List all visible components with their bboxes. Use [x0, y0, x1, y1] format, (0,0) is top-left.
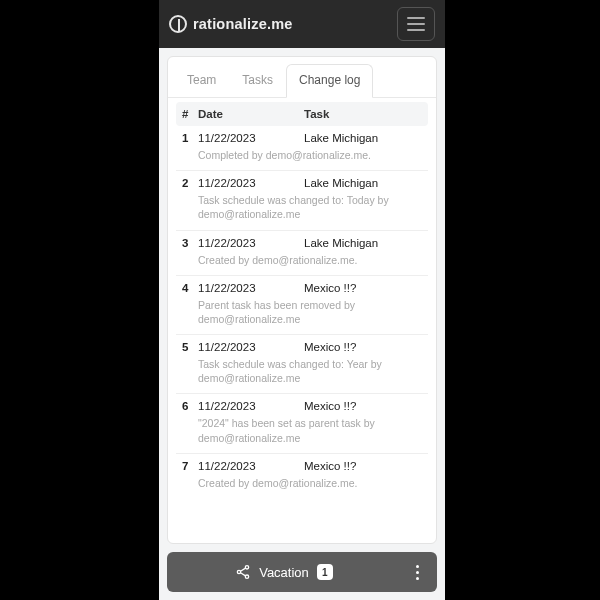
- brand-name: rationalize.me: [193, 16, 293, 32]
- svg-point-0: [246, 566, 249, 569]
- svg-point-2: [246, 575, 249, 578]
- main-card: Team Tasks Change log # Date Task 111/22…: [167, 56, 437, 544]
- footer-label: Vacation: [259, 565, 309, 580]
- table-row[interactable]: 311/22/2023Lake MichiganCreated by demo@…: [176, 231, 428, 276]
- row-date: 11/22/2023: [198, 132, 304, 144]
- table-header: # Date Task: [176, 102, 428, 126]
- row-num: 7: [182, 460, 198, 472]
- row-task: Mexico !!?: [304, 282, 422, 294]
- footer-badge: 1: [317, 564, 333, 580]
- row-task: Mexico !!?: [304, 460, 422, 472]
- row-task: Lake Michigan: [304, 132, 422, 144]
- row-task: Lake Michigan: [304, 177, 422, 189]
- footer-main-button[interactable]: Vacation 1: [167, 564, 401, 580]
- row-date: 11/22/2023: [198, 282, 304, 294]
- row-task: Lake Michigan: [304, 237, 422, 249]
- brand[interactable]: rationalize.me: [169, 15, 293, 33]
- col-header-task: Task: [304, 108, 422, 120]
- row-detail: Completed by demo@rationalize.me.: [182, 144, 422, 164]
- row-date: 11/22/2023: [198, 237, 304, 249]
- row-detail: Created by demo@rationalize.me.: [182, 249, 422, 269]
- table-row[interactable]: 711/22/2023Mexico !!?Created by demo@rat…: [176, 454, 428, 498]
- row-detail: Created by demo@rationalize.me.: [182, 472, 422, 492]
- tabs: Team Tasks Change log: [168, 57, 436, 98]
- footer-more-button[interactable]: [401, 556, 433, 588]
- menu-button[interactable]: [397, 7, 435, 41]
- row-detail: Task schedule was changed to: Year by de…: [182, 353, 422, 387]
- table-row[interactable]: 511/22/2023Mexico !!?Task schedule was c…: [176, 335, 428, 394]
- tab-tasks[interactable]: Tasks: [229, 64, 286, 98]
- row-date: 11/22/2023: [198, 460, 304, 472]
- row-detail: Task schedule was changed to: Today by d…: [182, 189, 422, 223]
- row-date: 11/22/2023: [198, 400, 304, 412]
- kebab-icon: [416, 565, 419, 568]
- tab-team[interactable]: Team: [174, 64, 229, 98]
- change-log-table: # Date Task 111/22/2023Lake MichiganComp…: [168, 98, 436, 502]
- table-body: 111/22/2023Lake MichiganCompleted by dem…: [176, 126, 428, 498]
- row-num: 6: [182, 400, 198, 412]
- row-task: Mexico !!?: [304, 341, 422, 353]
- row-detail: "2024" has been set as parent task by de…: [182, 412, 422, 446]
- table-row[interactable]: 611/22/2023Mexico !!?"2024" has been set…: [176, 394, 428, 453]
- share-icon: [235, 564, 251, 580]
- svg-point-1: [238, 570, 241, 573]
- svg-line-3: [241, 568, 246, 571]
- tab-change-log[interactable]: Change log: [286, 64, 373, 98]
- footer-bar: Vacation 1: [167, 552, 437, 592]
- row-date: 11/22/2023: [198, 177, 304, 189]
- row-date: 11/22/2023: [198, 341, 304, 353]
- app-header: rationalize.me: [159, 0, 445, 48]
- row-task: Mexico !!?: [304, 400, 422, 412]
- row-num: 2: [182, 177, 198, 189]
- row-detail: Parent task has been removed by demo@rat…: [182, 294, 422, 328]
- row-num: 3: [182, 237, 198, 249]
- col-header-date: Date: [198, 108, 304, 120]
- row-num: 1: [182, 132, 198, 144]
- brain-icon: [169, 15, 187, 33]
- table-row[interactable]: 211/22/2023Lake MichiganTask schedule wa…: [176, 171, 428, 230]
- table-row[interactable]: 411/22/2023Mexico !!?Parent task has bee…: [176, 276, 428, 335]
- table-row[interactable]: 111/22/2023Lake MichiganCompleted by dem…: [176, 126, 428, 171]
- app-viewport: rationalize.me Team Tasks Change log # D…: [159, 0, 445, 600]
- row-num: 4: [182, 282, 198, 294]
- row-num: 5: [182, 341, 198, 353]
- svg-line-4: [241, 573, 246, 576]
- hamburger-icon: [407, 17, 425, 19]
- col-header-num: #: [182, 108, 198, 120]
